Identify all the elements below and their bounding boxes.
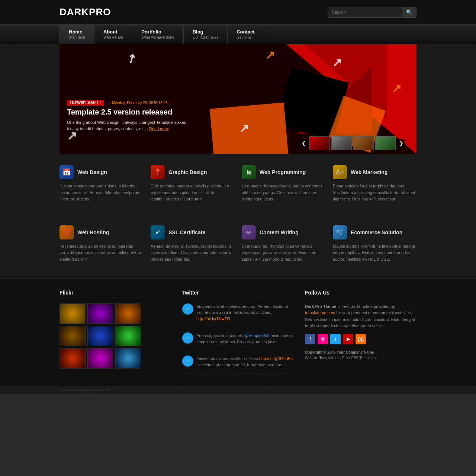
slider-next-button[interactable]: ❯ — [397, 139, 405, 147]
flickr-grid — [60, 303, 171, 369]
facebook-icon[interactable]: f — [305, 334, 315, 344]
arrow-decoration-2: ↗ — [265, 48, 275, 62]
nav-item-contact[interactable]: Contact Get to us — [228, 25, 264, 44]
hero-slider: ↗ ↗ ↗ ↗ ↗ ↗ / NEWSFLASH 1 / — Monday, Fe… — [60, 44, 416, 154]
service-icon-3: A+ — [333, 165, 347, 179]
service-title-5: SSL Certificate — [168, 229, 205, 235]
nav-item-blog[interactable]: Blog Our latest news — [184, 25, 228, 44]
rss-icon[interactable]: )))) — [356, 334, 366, 344]
service-item-1: 📍 Graphic Design Duis egestas, magna at … — [151, 165, 234, 203]
twitter-icon-3: 🐦 — [182, 356, 193, 367]
free-css-link[interactable]: Free CSS Templates — [342, 356, 376, 360]
hero-newsflash-row: / NEWSFLASH 1 / — Monday, February 25, 2… — [67, 100, 186, 106]
tweet-3: 🐦 Fusce cursus consectetur ultricies htt… — [182, 356, 294, 373]
nav-sub-about: Who we are — [103, 35, 123, 39]
service-title-1: Graphic Design — [168, 169, 207, 175]
twitter-social-icon[interactable]: t — [330, 334, 341, 344]
flickr-thumb-3[interactable] — [115, 303, 141, 324]
service-title-2: Web Programming — [260, 169, 306, 175]
service-header-7: 🛒 Ecommerce Solution — [333, 225, 416, 239]
service-item-0: 📅 Web Design Nullam consectetur varius r… — [60, 165, 143, 203]
arrow-decoration-3: ↗ — [332, 55, 342, 70]
page-wrapper: DARKPRO 🔍 Home Start here About Who we a… — [0, 0, 476, 394]
service-item-5: ✔ SSL Certificate Aenean ante nunc, bibe… — [151, 225, 234, 263]
service-item-7: 🛒 Ecommerce Solution Mauris lobortis lor… — [333, 225, 416, 263]
tweet-text-2: Proin dignissim, diam nec @TemplateMo en… — [196, 332, 294, 345]
website-templates-link[interactable]: Website Templates — [305, 356, 336, 360]
watermark: www.heritagechristiancollege.com — [0, 386, 476, 394]
nav-bar: Home Start here About Who we are Portfol… — [0, 24, 476, 44]
flickr-thumb-5[interactable] — [87, 326, 113, 346]
twitter-title: Twitter — [182, 290, 294, 298]
slider-thumb-4[interactable] — [375, 136, 396, 150]
flickr-thumb-9[interactable] — [115, 348, 141, 369]
social-icons: f ✿ t ▶ )))) — [305, 334, 416, 344]
nav-item-portfolio[interactable]: Portfolio What we have done — [132, 25, 183, 44]
service-icon-0: 📅 — [60, 165, 74, 179]
arrow-decoration-1: ↗ — [123, 50, 139, 67]
nav-title-portfolio: Portfolio — [141, 29, 174, 35]
service-desc-2: Ut rhoncus rhoncus mauris, varius venena… — [242, 183, 325, 203]
service-icon-1: 📍 — [151, 165, 165, 179]
flickr-thumb-4[interactable] — [60, 326, 86, 346]
hero-title: Template 2.5 version released — [67, 108, 186, 116]
newsflash-date: — Monday, February 25, 2048 18:25 — [107, 101, 168, 105]
service-header-5: ✔ SSL Certificate — [151, 225, 234, 239]
flickr-thumb-6[interactable] — [115, 326, 141, 346]
tweet-1: 🐦 Suspendisse at scelerisque urna. Aenea… — [182, 303, 294, 328]
search-input[interactable] — [328, 7, 402, 17]
service-item-4: 💯 Web Hosting Pellentesque suscipit veli… — [60, 225, 143, 263]
nav-title-blog: Blog — [193, 29, 218, 35]
read-more-link[interactable]: Read more — [149, 126, 169, 131]
service-header-0: 📅 Web Design — [60, 165, 143, 179]
slider-prev-button[interactable]: ❮ — [300, 139, 308, 147]
services-grid: 📅 Web Design Nullam consectetur varius r… — [60, 165, 416, 263]
service-desc-5: Aenean ante nunc, bibendum non lobortis … — [151, 243, 234, 263]
slider-thumb-1[interactable] — [309, 136, 330, 150]
nav-sub-contact: Get to us — [237, 35, 254, 39]
service-header-3: A+ Web Marketing — [333, 165, 416, 179]
service-title-3: Web Marketing — [351, 169, 387, 175]
service-title-6: Content Writing — [260, 229, 299, 235]
nav-sub-blog: Our latest news — [193, 35, 218, 39]
nav-title-contact: Contact — [237, 29, 254, 35]
logo-dark: DARK — [60, 6, 89, 17]
footer-flickr: Flickr — [60, 290, 171, 379]
flickr-thumb-1[interactable] — [60, 303, 86, 324]
templatemo-link[interactable]: templatemo.com — [305, 311, 335, 315]
tweet-text-3: Fusce cursus consectetur ultricies http:… — [196, 356, 294, 368]
youtube-icon[interactable]: ▶ — [343, 334, 353, 344]
nav-item-home[interactable]: Home Start here — [60, 25, 94, 44]
service-header-4: 💯 Web Hosting — [60, 225, 143, 239]
service-title-7: Ecommerce Solution — [351, 229, 402, 235]
twitter-icon-2: 🐦 — [182, 332, 193, 344]
service-title-0: Web Design — [77, 169, 107, 175]
services-row-divider — [60, 214, 416, 214]
nav-item-about[interactable]: About Who we are — [94, 25, 132, 44]
slider-thumbnails: ❮ ❯ — [300, 136, 405, 150]
tweet-link-1[interactable]: http://bit.ly/13lwZO — [196, 316, 230, 321]
service-desc-6: Ut metus urna, rhoncus vitae venenatis c… — [242, 243, 325, 263]
hero-desc: One thing about Web Design, it always ch… — [67, 119, 186, 132]
tweet-link-3[interactable]: http://bit.ly/34sdPo — [259, 356, 293, 361]
slider-thumb-3[interactable] — [353, 136, 374, 150]
search-button[interactable]: 🔍 — [402, 7, 416, 17]
flickr-thumb-8[interactable] — [87, 348, 113, 369]
flickr-icon[interactable]: ✿ — [318, 334, 328, 344]
flickr-title: Flickr — [60, 290, 171, 298]
service-icon-4: 💯 — [60, 225, 74, 239]
top-bar: DARKPRO 🔍 — [0, 0, 476, 24]
flickr-thumb-7[interactable] — [60, 348, 86, 369]
newsflash-badge: / NEWSFLASH 1 / — [67, 100, 104, 106]
footer: Flickr Twitter 🐦 — [0, 278, 476, 386]
nav-sub-home: Start here — [69, 35, 85, 39]
service-header-6: ✏ Content Writing — [242, 225, 325, 239]
service-icon-2: 🖥 — [242, 165, 256, 179]
follow-description: Dark Pro Theme is free css template prov… — [305, 303, 416, 329]
flickr-thumb-2[interactable] — [87, 303, 113, 324]
shape-rect2 — [210, 103, 289, 154]
service-icon-6: ✏ — [242, 225, 256, 239]
tweet-mention-2[interactable]: @TemplateMo — [244, 333, 270, 338]
service-desc-0: Nullam consectetur varius risus, a lobor… — [60, 183, 143, 203]
slider-thumb-2[interactable] — [331, 136, 352, 150]
